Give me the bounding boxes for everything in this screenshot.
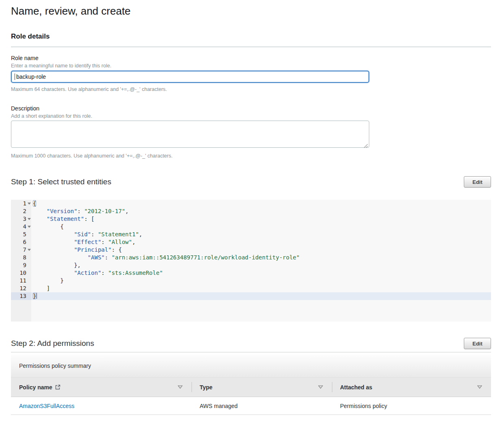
policy-json-editor[interactable]: 1{2 "Version": "2012-10-17",3 "Statement…: [11, 200, 491, 322]
line-number: 11: [11, 277, 31, 285]
code-text: }: [31, 277, 491, 285]
code-token: ]: [33, 285, 50, 291]
code-token: [33, 246, 74, 253]
code-line[interactable]: 10 "Action": "sts:AssumeRole": [11, 269, 491, 277]
code-token: {: [33, 200, 36, 207]
resize-grip-icon[interactable]: [364, 142, 368, 147]
line-number: 3: [11, 215, 31, 223]
divider: [11, 352, 491, 352]
line-number: 4: [11, 223, 31, 231]
external-link-icon[interactable]: [55, 384, 60, 390]
table-header: Policy nameTypeAttached as: [11, 378, 491, 397]
code-text: "Statement": [: [31, 215, 491, 223]
code-text: "Sid": "Statement1",: [31, 231, 491, 238]
description-label: Description: [11, 105, 491, 112]
code-text: {: [31, 200, 491, 207]
role-name-input-wrap: [11, 71, 369, 83]
line-number: 6: [11, 238, 31, 246]
fold-toggle-icon[interactable]: [28, 226, 31, 228]
code-token: "Action": [74, 270, 101, 276]
code-line[interactable]: 2 "Version": "2012-10-17",: [11, 207, 491, 215]
code-line[interactable]: 8 "AWS": "arn:aws:iam::541263489771:role…: [11, 254, 491, 261]
page-title: Name, review, and create: [11, 4, 491, 18]
step2-heading: Step 2: Add permissions: [11, 339, 94, 348]
code-token: ,: [139, 231, 142, 237]
policy-type-cell: AWS managed: [192, 403, 332, 409]
divider: [11, 47, 491, 47]
policy-name-link[interactable]: AmazonS3FullAccess: [19, 403, 74, 409]
code-line[interactable]: 11 }: [11, 277, 491, 285]
description-hint: Maximum 1000 characters. Use alphanumeri…: [11, 153, 491, 159]
code-token: "Effect": [74, 239, 101, 245]
line-number: 13: [11, 292, 31, 300]
code-text: "Version": "2012-10-17",: [31, 207, 491, 215]
code-line[interactable]: 13}: [11, 292, 491, 300]
line-number: 2: [11, 207, 31, 215]
column-separator: [192, 382, 192, 392]
attached-as-cell: Permissions policy: [332, 403, 491, 409]
code-text: "Action": "sts:AssumeRole": [31, 269, 491, 277]
code-token: "arn:aws:iam::541263489771:role/workload…: [112, 254, 300, 261]
role-name-input[interactable]: [11, 71, 369, 83]
code-text: },: [31, 261, 491, 269]
fold-toggle-icon[interactable]: [28, 218, 31, 220]
code-token: :: [101, 270, 108, 276]
policy-name-cell: AmazonS3FullAccess: [11, 403, 192, 409]
role-name-label: Role name: [11, 54, 491, 62]
code-token: [33, 231, 74, 237]
code-text: "Principal": {: [31, 246, 491, 254]
code-token: ,: [132, 239, 135, 245]
filter-dropdown-icon[interactable]: [318, 385, 323, 389]
column-header-policy-name: Policy name: [11, 378, 192, 397]
line-number: 7: [11, 246, 31, 254]
line-number: 12: [11, 285, 31, 292]
step1-edit-button[interactable]: Edit: [464, 176, 491, 188]
code-line[interactable]: 12 ]: [11, 285, 491, 292]
fold-toggle-icon[interactable]: [28, 249, 31, 251]
code-token: ,: [125, 208, 129, 214]
code-line[interactable]: 5 "Sid": "Statement1",: [11, 231, 491, 238]
code-line[interactable]: 3 "Statement": [: [11, 215, 491, 223]
line-number: 9: [11, 261, 31, 269]
code-line[interactable]: 1{: [11, 200, 491, 207]
code-line[interactable]: 9 },: [11, 261, 491, 269]
code-token: :: [105, 254, 112, 261]
filter-dropdown-icon[interactable]: [477, 385, 482, 389]
column-header-type: Type: [192, 378, 332, 397]
permissions-panel: Permissions policy summary Policy nameTy…: [11, 354, 491, 415]
code-line[interactable]: 7 "Principal": {: [11, 246, 491, 254]
code-line[interactable]: 4 {: [11, 223, 491, 231]
step1-heading: Step 1: Select trusted entities: [11, 177, 111, 187]
column-header-label: Attached as: [340, 384, 372, 391]
fold-toggle-icon[interactable]: [28, 203, 31, 205]
description-textarea[interactable]: [11, 121, 369, 148]
step2-header: Step 2: Add permissions Edit: [11, 338, 491, 349]
code-line[interactable]: 6 "Effect": "Allow",: [11, 238, 491, 246]
code-token: "Statement1": [98, 231, 139, 237]
description-textarea-wrap: [11, 121, 369, 149]
line-number: 10: [11, 269, 31, 277]
table-row: AmazonS3FullAccessAWS managedPermissions…: [11, 397, 491, 415]
code-token: :: [101, 239, 108, 245]
code-text: }: [31, 292, 491, 300]
permissions-panel-title: Permissions policy summary: [11, 354, 491, 378]
code-token: [33, 270, 74, 276]
role-name-help: Enter a meaningful name to identify this…: [11, 63, 491, 69]
code-token: :: [78, 208, 84, 214]
role-name-field: Role name Enter a meaningful name to ide…: [11, 54, 491, 93]
line-number: 5: [11, 231, 31, 238]
code-token: "sts:AssumeRole": [108, 270, 163, 276]
step1-header: Step 1: Select trusted entities Edit: [11, 176, 491, 188]
code-token: [33, 254, 88, 261]
code-token: "Statement": [47, 216, 84, 222]
filter-dropdown-icon[interactable]: [178, 385, 183, 389]
code-token: : {: [112, 246, 122, 253]
code-token: [33, 208, 47, 214]
column-header-label: Type: [200, 384, 213, 391]
code-text: {: [31, 223, 491, 231]
step2-edit-button[interactable]: Edit: [464, 338, 491, 349]
code-token: [33, 239, 74, 245]
code-token: {: [33, 223, 64, 230]
code-token: "Principal": [74, 246, 112, 253]
code-token: : [: [84, 216, 94, 222]
